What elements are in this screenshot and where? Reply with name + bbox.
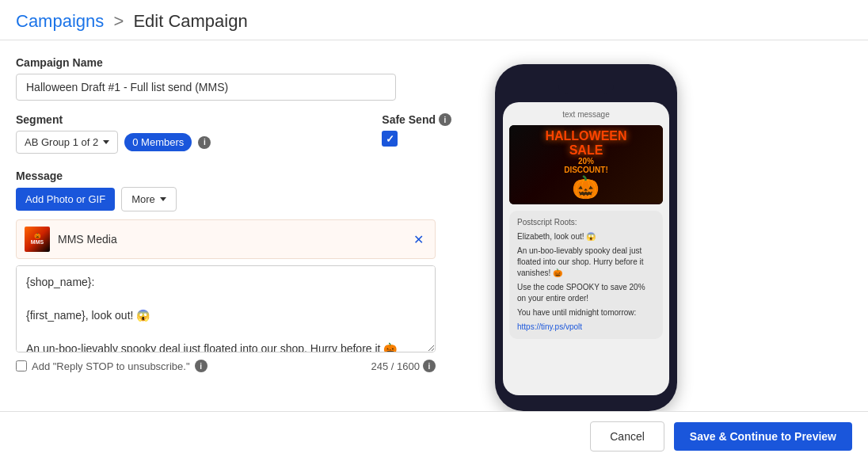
mms-remove-button[interactable]: ✕ bbox=[410, 232, 427, 247]
message-link[interactable]: https://tiny.ps/vpolt bbox=[517, 322, 655, 333]
reply-stop-row: Add "Reply STOP to unsubscribe." i bbox=[16, 360, 207, 372]
save-continue-button[interactable]: Save & Continue to Preview bbox=[674, 422, 852, 451]
safe-send-checkbox[interactable] bbox=[382, 131, 398, 147]
bottom-bar: Cancel Save & Continue to Preview bbox=[0, 411, 868, 461]
cancel-button[interactable]: Cancel bbox=[590, 421, 664, 451]
phone-status-bar: text message bbox=[509, 109, 663, 120]
reply-stop-checkbox[interactable] bbox=[16, 360, 27, 371]
segment-dropdown[interactable]: AB Group 1 of 2 bbox=[16, 131, 118, 154]
safe-send-info-icon: i bbox=[439, 113, 451, 126]
halloween-title: HALLOWEENSALE bbox=[545, 129, 626, 157]
segment-label: Segment bbox=[16, 113, 350, 126]
message-label: Message bbox=[16, 170, 451, 182]
breadcrumb-separator: > bbox=[113, 11, 124, 31]
breadcrumb: Campaigns > Edit Campaign bbox=[16, 11, 852, 32]
mms-thumbnail: 🎃MMS bbox=[25, 227, 50, 252]
halloween-sub: 20%DISCOUNT! bbox=[545, 157, 626, 174]
message-line-2: An un-boo-lievably spooky deal just floa… bbox=[517, 246, 655, 279]
more-button[interactable]: More bbox=[121, 187, 177, 211]
pumpkin-icon: 🎃 bbox=[545, 174, 626, 200]
message-line-4: You have until midnight tomorrow: bbox=[517, 307, 655, 318]
reply-stop-info-icon: i bbox=[195, 360, 207, 372]
char-count-text: 245 / 1600 bbox=[371, 360, 420, 372]
phone-mockup: text message HALLOWEENSALE 20%DISCOUNT! … bbox=[495, 64, 677, 411]
breadcrumb-campaigns-link[interactable]: Campaigns bbox=[16, 11, 104, 31]
reply-stop-label-text: Add "Reply STOP to unsubscribe." bbox=[32, 360, 190, 372]
safe-send-label: Safe Send bbox=[382, 113, 436, 126]
campaign-name-label: Campaign Name bbox=[16, 56, 451, 69]
chevron-down-icon bbox=[103, 140, 109, 144]
more-chevron-icon bbox=[160, 197, 166, 201]
phone-screen: text message HALLOWEENSALE 20%DISCOUNT! … bbox=[503, 102, 669, 395]
message-sender: Postscript Roots: bbox=[517, 217, 655, 228]
segment-dropdown-value: AB Group 1 of 2 bbox=[25, 136, 98, 148]
breadcrumb-current: Edit Campaign bbox=[133, 11, 247, 31]
message-bubble: Postscript Roots: Elizabeth, look out! 😱… bbox=[509, 211, 663, 339]
message-line-3: Use the code SPOOKY to save 20% on your … bbox=[517, 282, 655, 304]
campaign-name-input[interactable] bbox=[16, 74, 396, 101]
add-photo-gif-button[interactable]: Add Photo or GIF bbox=[16, 188, 115, 211]
char-count-info-icon: i bbox=[423, 360, 436, 372]
info-icon: i bbox=[198, 136, 211, 149]
message-line-1: Elizabeth, look out! 😱 bbox=[517, 231, 655, 242]
phone-notch bbox=[558, 80, 614, 94]
preview-link[interactable]: https://tiny.ps/vpolt bbox=[517, 322, 582, 331]
mms-media-row: 🎃MMS MMS Media ✕ bbox=[16, 219, 436, 259]
halloween-preview-image: HALLOWEENSALE 20%DISCOUNT! 🎃 bbox=[509, 125, 663, 204]
members-badge: 0 Members bbox=[124, 133, 192, 151]
message-textarea[interactable]: {shop_name}: {first_name}, look out! 😱 A… bbox=[16, 265, 436, 352]
mms-media-label: MMS Media bbox=[58, 233, 410, 246]
